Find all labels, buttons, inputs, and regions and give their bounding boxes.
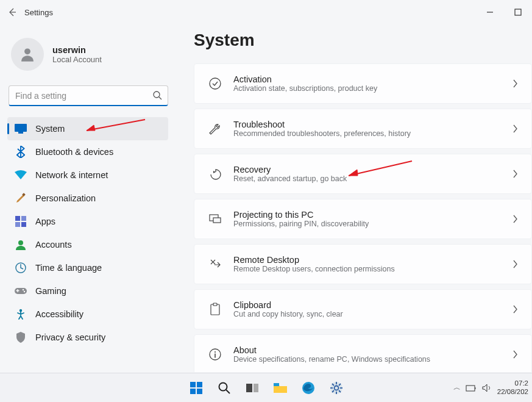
taskbar-search[interactable] (212, 376, 236, 400)
card-sub: Remote Desktop users, connection permiss… (233, 265, 395, 273)
svg-rect-36 (246, 384, 252, 392)
sidebar-item-personalization[interactable]: Personalization (7, 187, 168, 210)
tray-overflow[interactable]: ︿ (453, 382, 461, 393)
wrench-icon (208, 121, 222, 136)
svg-rect-11 (21, 222, 26, 227)
svg-point-34 (219, 382, 227, 390)
page-title: System (194, 31, 532, 50)
card-sub: Recommended troubleshooters, preferences… (233, 129, 411, 138)
svg-line-26 (87, 120, 145, 131)
start-button[interactable] (184, 376, 208, 400)
sidebar-item-label: Apps (35, 217, 55, 226)
brush-icon (15, 192, 27, 204)
projecting-icon (208, 212, 222, 226)
card-clipboard[interactable]: ClipboardCut and copy history, sync, cle… (194, 289, 532, 329)
svg-point-24 (215, 351, 216, 353)
chevron-right-icon (512, 124, 518, 133)
card-projecting[interactable]: Projecting to this PCPermissions, pairin… (194, 199, 532, 239)
card-activation[interactable]: ActivationActivation state, subscription… (194, 63, 532, 104)
svg-rect-9 (21, 216, 26, 221)
card-title: Troubleshoot (233, 120, 411, 129)
content-pane: System ActivationActivation state, subsc… (177, 24, 532, 372)
chevron-right-icon (512, 260, 518, 268)
accessibility-icon (15, 308, 27, 320)
svg-rect-37 (254, 384, 258, 392)
sidebar-item-label: Bluetooth & devices (35, 147, 113, 157)
svg-rect-32 (190, 389, 196, 394)
clock-time: 07:2 (497, 379, 528, 387)
sidebar-item-label: Time & language (35, 263, 102, 273)
taskbar-edge[interactable] (296, 376, 321, 400)
svg-rect-22 (213, 303, 217, 306)
search-box[interactable] (9, 85, 168, 106)
edge-icon (301, 381, 316, 395)
svg-point-2 (24, 48, 30, 54)
taskbar-explorer[interactable] (268, 376, 293, 400)
sidebar-item-label: Accounts (35, 240, 72, 249)
taskbar-taskview[interactable] (240, 376, 264, 400)
tray-network-icon[interactable] (466, 384, 477, 392)
svg-rect-25 (215, 354, 216, 358)
svg-rect-30 (190, 382, 196, 387)
taskbar-clock[interactable]: 07:2 22/08/202 (497, 379, 528, 395)
card-sub: Permissions, pairing PIN, discoverabilit… (233, 220, 369, 228)
sidebar-item-time-language[interactable]: Time & language (7, 256, 168, 279)
taskbar-settings[interactable] (324, 376, 349, 400)
check-circle-icon (208, 76, 222, 91)
search-icon (218, 381, 231, 395)
back-button[interactable] (0, 0, 24, 24)
person-icon (19, 46, 36, 63)
card-remote-desktop[interactable]: Remote DesktopRemote Desktop users, conn… (194, 244, 532, 284)
sidebar-item-network[interactable]: Network & internet (7, 163, 168, 187)
sidebar-item-bluetooth[interactable]: Bluetooth & devices (7, 140, 168, 163)
gear-icon (329, 381, 344, 395)
wifi-icon (15, 169, 27, 181)
svg-rect-50 (466, 386, 475, 391)
annotation-arrow (79, 117, 146, 134)
minimize-icon (486, 9, 494, 16)
sidebar-item-label: Gaming (35, 286, 66, 296)
svg-point-3 (154, 92, 160, 98)
svg-rect-10 (15, 222, 20, 227)
sidebar-item-label: Accessibility (35, 309, 83, 319)
minimize-button[interactable] (476, 0, 504, 24)
card-sub: Cut and copy history, sync, clear (233, 310, 343, 318)
sidebar-item-apps[interactable]: Apps (7, 210, 168, 233)
sidebar-item-gaming[interactable]: Gaming (7, 279, 168, 303)
recovery-icon (208, 167, 222, 181)
folder-icon (273, 382, 288, 394)
sidebar-item-label: Network & internet (35, 170, 108, 180)
sidebar-item-accounts[interactable]: Accounts (7, 233, 168, 256)
sidebar-item-label: Personalization (35, 193, 96, 203)
chevron-right-icon (512, 170, 518, 178)
search-input[interactable] (9, 85, 168, 106)
card-title: About (233, 345, 430, 355)
chevron-right-icon (512, 215, 518, 223)
bluetooth-icon (15, 146, 27, 158)
taskbar: ︿ 07:2 22/08/202 (0, 373, 532, 402)
apps-icon (15, 215, 27, 228)
annotation-arrow (341, 159, 414, 179)
svg-point-12 (18, 240, 23, 245)
tray-volume-icon[interactable] (481, 384, 492, 392)
maximize-button[interactable] (504, 0, 532, 24)
card-sub: Activation state, subscriptions, product… (233, 84, 377, 93)
sidebar-item-privacy[interactable]: Privacy & security (7, 326, 168, 349)
svg-line-28 (349, 161, 412, 176)
shield-icon (15, 331, 27, 343)
window-title: Settings (24, 8, 53, 17)
sidebar-item-accessibility[interactable]: Accessibility (7, 303, 168, 326)
card-title: Clipboard (233, 300, 343, 310)
display-icon (15, 123, 27, 135)
sidebar: userwin Local Account System Bluetooth &… (0, 24, 177, 372)
clock-date: 22/08/202 (497, 388, 528, 396)
account-icon (15, 239, 27, 251)
card-title: Recovery (233, 165, 347, 174)
card-troubleshoot[interactable]: TroubleshootRecommended troubleshooters,… (194, 109, 532, 149)
svg-rect-8 (15, 216, 20, 221)
account-block[interactable]: userwin Local Account (7, 34, 177, 83)
svg-marker-29 (349, 170, 358, 176)
svg-rect-38 (274, 383, 279, 386)
card-about[interactable]: AboutDevice specifications, rename PC, W… (194, 334, 532, 372)
sidebar-item-label: System (35, 124, 65, 134)
